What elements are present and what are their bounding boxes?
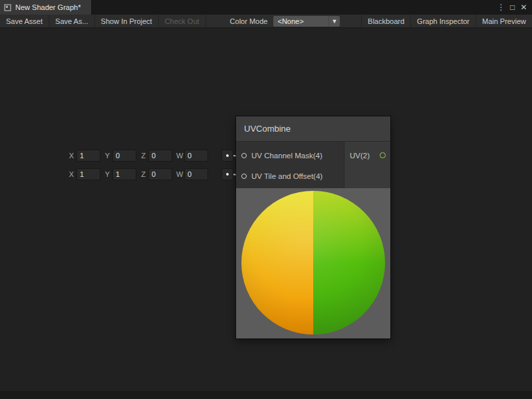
z-field[interactable] xyxy=(148,168,172,180)
maximize-icon[interactable]: □ xyxy=(507,3,518,12)
field-label-x: X xyxy=(68,152,74,160)
color-mode-dropdown[interactable]: <None> ▼ xyxy=(273,16,340,27)
save-asset-button[interactable]: Save Asset xyxy=(0,15,49,27)
input-port-label: UV Channel Mask(4) xyxy=(251,152,323,160)
field-label-z: Z xyxy=(140,152,146,160)
node-preview xyxy=(236,188,390,338)
port-connector-dot[interactable] xyxy=(221,150,233,162)
field-label-w: W xyxy=(176,170,182,178)
check-out-button: Check Out xyxy=(159,15,206,27)
window-bottom-edge xyxy=(0,391,532,399)
node-input-ports: UV Channel Mask(4) UV Tile and Offset(4) xyxy=(236,142,344,188)
tab-title: New Shader Graph* xyxy=(15,3,80,11)
node-port-section: UV Channel Mask(4) UV Tile and Offset(4)… xyxy=(236,142,390,188)
field-label-z: Z xyxy=(140,170,146,178)
x-field[interactable] xyxy=(76,150,100,162)
vector4-input-row-1: X Y Z W xyxy=(68,149,233,162)
field-label-y: Y xyxy=(104,170,110,178)
close-icon[interactable]: ✕ xyxy=(518,3,529,12)
title-bar: New Shader Graph* ⋮ □ ✕ xyxy=(0,0,532,15)
vector4-input-row-2: X Y Z W xyxy=(68,168,233,181)
field-label-y: Y xyxy=(104,152,110,160)
graph-canvas[interactable]: X Y Z W X Y Z W UVCombine xyxy=(0,28,532,391)
blackboard-toggle-button[interactable]: Blackboard xyxy=(361,15,410,27)
chevron-down-icon: ▼ xyxy=(329,16,340,27)
shader-graph-window: New Shader Graph* ⋮ □ ✕ Save Asset Save … xyxy=(0,0,532,399)
port-connector-dot[interactable] xyxy=(221,168,233,180)
input-port-icon[interactable] xyxy=(241,174,247,179)
node-output-ports: UV(2) xyxy=(344,142,390,188)
menu-icon[interactable]: ⋮ xyxy=(495,3,507,12)
save-as-button[interactable]: Save As... xyxy=(49,15,95,27)
tab-new-shader-graph[interactable]: New Shader Graph* xyxy=(0,0,91,15)
uvcombine-node[interactable]: UVCombine UV Channel Mask(4) UV Tile and… xyxy=(236,116,390,338)
input-port-label: UV Tile and Offset(4) xyxy=(251,172,323,180)
sphere-shading xyxy=(241,191,385,334)
input-port-row: UV Tile and Offset(4) xyxy=(236,166,344,186)
color-mode-label: Color Mode xyxy=(227,15,271,27)
input-port-row: UV Channel Mask(4) xyxy=(236,145,344,166)
x-field[interactable] xyxy=(76,168,100,180)
main-preview-toggle-button[interactable]: Main Preview xyxy=(475,15,532,27)
output-port-icon[interactable] xyxy=(380,152,386,158)
node-title[interactable]: UVCombine xyxy=(236,116,390,142)
show-in-project-button[interactable]: Show In Project xyxy=(95,15,159,27)
y-field[interactable] xyxy=(112,168,136,180)
shader-graph-toolbar: Save Asset Save As... Show In Project Ch… xyxy=(0,15,532,28)
z-field[interactable] xyxy=(148,150,172,162)
shader-graph-icon xyxy=(4,4,11,11)
window-controls: ⋮ □ ✕ xyxy=(495,0,532,15)
w-field[interactable] xyxy=(184,168,208,180)
y-field[interactable] xyxy=(112,150,136,162)
output-port-label: UV(2) xyxy=(350,152,370,160)
toolbar-right-group: Blackboard Graph Inspector Main Preview xyxy=(361,15,532,27)
w-field[interactable] xyxy=(184,150,208,162)
field-label-w: W xyxy=(176,152,182,160)
field-label-x: X xyxy=(68,170,74,178)
preview-sphere xyxy=(241,191,385,334)
input-port-icon[interactable] xyxy=(241,153,247,158)
graph-inspector-toggle-button[interactable]: Graph Inspector xyxy=(410,15,475,27)
color-mode-value: <None> xyxy=(277,17,303,25)
